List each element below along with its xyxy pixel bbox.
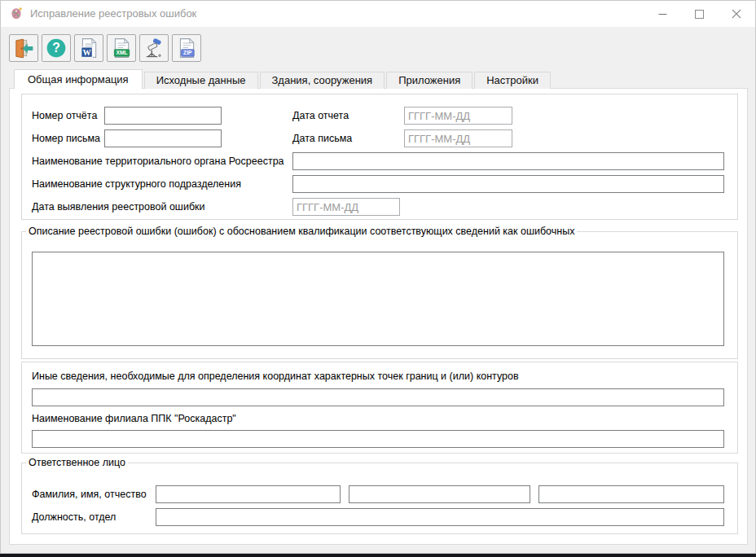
rosreestr-emblem-icon	[9, 7, 24, 21]
maximize-button[interactable]	[681, 1, 718, 27]
export-word-button[interactable]: W	[74, 34, 103, 62]
tab-settings[interactable]: Настройки	[474, 72, 551, 89]
close-button[interactable]	[718, 1, 754, 27]
letter-number-label: Номер письма	[32, 129, 100, 147]
branch-name-label: Наименование филиала ППК "Роскадастр"	[32, 410, 236, 428]
svg-text:ZIP: ZIP	[183, 50, 192, 55]
xml-document-icon: XML	[111, 37, 132, 59]
survey-tool-button[interactable]	[139, 34, 169, 62]
tab-buildings[interactable]: Здания, сооружения	[260, 72, 385, 89]
territorial-body-label: Наименование территориального органа Рос…	[32, 152, 284, 170]
svg-text:XML: XML	[116, 50, 127, 55]
full-name-label: Фамилия, имя, отчество	[32, 485, 147, 503]
structural-unit-label: Наименование структурного подразделения	[32, 175, 241, 193]
screen: Исправление реестровых ошибок	[0, 0, 756, 557]
titlebar: Исправление реестровых ошибок	[1, 1, 755, 27]
error-description-textarea[interactable]	[32, 252, 724, 346]
app-window: Исправление реестровых ошибок	[0, 0, 756, 554]
structural-unit-input[interactable]	[292, 175, 724, 193]
survey-instrument-icon	[143, 37, 165, 59]
export-zip-button[interactable]: ZIP	[172, 34, 201, 62]
position-label: Должность, отдел	[32, 508, 116, 526]
report-number-input[interactable]	[104, 107, 222, 125]
report-date-input[interactable]	[404, 107, 512, 125]
exit-button[interactable]	[9, 34, 38, 62]
letter-date-input[interactable]	[404, 129, 512, 147]
svg-text:?: ?	[52, 41, 60, 55]
export-xml-button[interactable]: XML	[107, 34, 136, 62]
toolbar: ? W XML	[9, 34, 201, 62]
minimize-icon	[658, 10, 667, 19]
report-date-label: Дата отчета	[292, 107, 349, 125]
tab-general-info[interactable]: Общая информация	[14, 69, 143, 89]
other-info-input[interactable]	[32, 388, 724, 406]
window-title: Исправление реестровых ошибок	[30, 1, 196, 27]
letter-date-label: Дата письма	[292, 129, 352, 147]
other-info-label: Иные сведения, необходимые для определен…	[32, 367, 519, 385]
letter-number-input[interactable]	[104, 129, 222, 147]
last-name-input[interactable]	[156, 485, 341, 503]
svg-text:W: W	[82, 48, 91, 57]
report-number-label: Номер отчёта	[32, 107, 97, 125]
error-description-group-title: Описание реестровой ошибки (ошибок) с об…	[26, 226, 577, 237]
tab-bar: Общая информация Исходные данные Здания,…	[14, 69, 552, 89]
word-document-icon: W	[78, 37, 99, 59]
taskbar-strip	[0, 554, 756, 557]
help-button[interactable]: ?	[42, 34, 71, 62]
minimize-button[interactable]	[644, 1, 681, 27]
middle-name-input[interactable]	[538, 485, 724, 503]
tab-source-data[interactable]: Исходные данные	[144, 72, 258, 89]
tab-attachments[interactable]: Приложения	[386, 72, 472, 89]
maximize-icon	[695, 10, 704, 19]
door-exit-icon	[13, 37, 34, 59]
error-detect-date-input[interactable]	[292, 198, 400, 216]
branch-name-input[interactable]	[32, 430, 724, 448]
error-detect-date-label: Дата выявления реестровой ошибки	[32, 198, 205, 216]
position-input[interactable]	[156, 508, 724, 526]
territorial-body-input[interactable]	[292, 152, 724, 170]
close-icon	[732, 9, 741, 19]
zip-archive-icon: ZIP	[176, 37, 197, 59]
responsible-person-group-title: Ответственное лицо	[26, 457, 128, 468]
first-name-input[interactable]	[349, 485, 530, 503]
window-controls	[644, 1, 754, 27]
help-icon: ?	[46, 37, 67, 59]
